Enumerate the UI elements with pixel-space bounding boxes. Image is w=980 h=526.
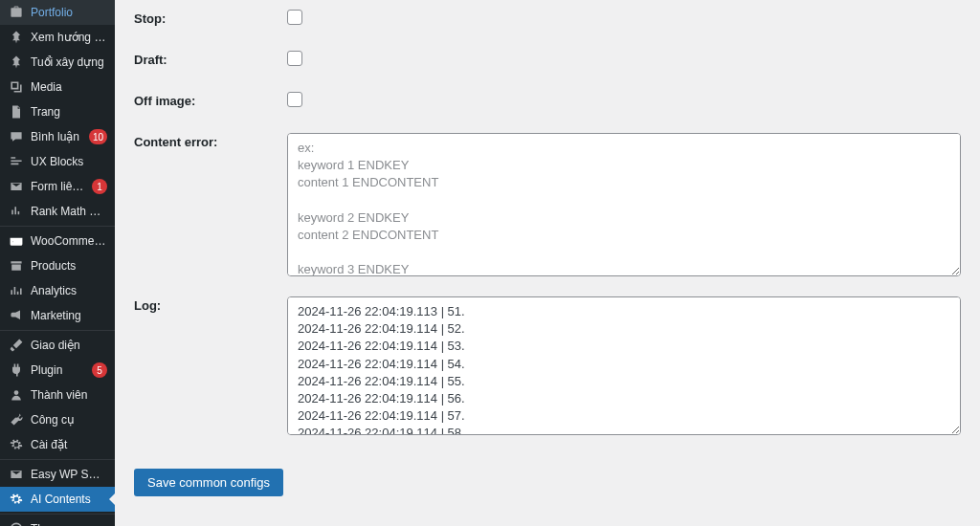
field-off-image: Off image: (134, 92, 961, 110)
sidebar-item-tuổi-xây-dựng[interactable]: Tuổi xây dựng (0, 50, 115, 75)
sidebar-item-easy-wp-smtp[interactable]: Easy WP SMTP (0, 462, 115, 487)
sidebar-separator (0, 514, 115, 515)
archive-icon (8, 257, 25, 274)
checkbox-stop[interactable] (287, 10, 302, 25)
sidebar-item-ux-blocks[interactable]: UX Blocks (0, 149, 115, 174)
sidebar-item-label: Bình luận (31, 130, 85, 143)
checkbox-off-image[interactable] (287, 92, 302, 107)
sidebar-item-label: WooCommerce (31, 234, 107, 248)
sidebar-item-label: Thu gọn menu (31, 522, 107, 526)
main-content: Stop: Draft: Off image: Content error: L… (115, 0, 980, 526)
sidebar-item-label: UX Blocks (31, 155, 107, 168)
sidebar-item-label: Analytics (31, 284, 107, 297)
mail-icon (8, 466, 25, 483)
sidebar-item-woocommerce[interactable]: WooCommerce (0, 229, 115, 253)
mail-icon (8, 178, 25, 195)
sidebar-item-label: Form liên hệ (31, 180, 88, 193)
gear-icon (8, 491, 25, 508)
sidebar-item-label: Portfolio (31, 6, 107, 19)
admin-sidebar: PortfolioXem hướng nhàTuổi xây dựngMedia… (0, 0, 115, 526)
megaphone-icon (8, 307, 25, 324)
notification-badge: 1 (92, 179, 107, 194)
sidebar-item-label: Tuổi xây dựng (31, 55, 107, 69)
sidebar-item-label: Giao diện (31, 339, 107, 352)
sidebar-item-portfolio[interactable]: Portfolio (0, 0, 115, 25)
sidebar-item-form-liên-hệ[interactable]: Form liên hệ1 (0, 174, 115, 199)
textarea-log[interactable] (287, 296, 961, 435)
save-button[interactable]: Save common configs (134, 469, 283, 496)
sidebar-item-trang[interactable]: Trang (0, 99, 115, 124)
sidebar-item-rank-math-seo[interactable]: Rank Math SEO (0, 199, 115, 224)
comment-icon (8, 128, 25, 145)
sidebar-item-label: Trang (31, 105, 107, 119)
sidebar-item-label: Xem hướng nhà (31, 31, 107, 44)
sidebar-separator (0, 459, 115, 460)
sidebar-item-thu-gọn-menu[interactable]: Thu gọn menu (0, 516, 115, 526)
sidebar-item-products[interactable]: Products (0, 253, 115, 278)
sidebar-item-ai-contents[interactable]: AI Contents (0, 487, 115, 512)
pin-icon (8, 29, 25, 46)
sidebar-item-marketing[interactable]: Marketing (0, 303, 115, 328)
field-content-error: Content error: (134, 133, 961, 279)
sidebar-item-label: Plugin (31, 363, 88, 377)
user-icon (8, 386, 25, 404)
chart-icon (8, 203, 25, 220)
textarea-content-error[interactable] (287, 133, 961, 276)
sidebar-separator (0, 330, 115, 331)
sidebar-item-xem-hướng-nhà[interactable]: Xem hướng nhà (0, 25, 115, 50)
pin-icon (8, 54, 25, 71)
page-icon (8, 103, 25, 121)
plug-icon (8, 362, 25, 379)
brush-icon (8, 337, 25, 354)
sidebar-item-cài-đặt[interactable]: Cài đặt (0, 432, 115, 457)
sidebar-item-label: Rank Math SEO (31, 205, 107, 218)
sidebar-separator (0, 226, 115, 227)
briefcase-icon (8, 4, 25, 21)
sidebar-item-label: Thành viên (31, 388, 107, 402)
sidebar-item-giao-diện[interactable]: Giao diện (0, 333, 115, 358)
label-off-image: Off image: (134, 92, 287, 108)
sidebar-item-label: Media (31, 80, 107, 94)
sidebar-item-bình-luận[interactable]: Bình luận10 (0, 124, 115, 149)
sidebar-item-media[interactable]: Media (0, 75, 115, 99)
wrench-icon (8, 411, 25, 428)
label-draft: Draft: (134, 51, 287, 67)
sidebar-item-công-cụ[interactable]: Công cụ (0, 407, 115, 432)
label-log: Log: (134, 296, 287, 313)
analytics-icon (8, 282, 25, 299)
sidebar-item-label: Công cụ (31, 413, 107, 427)
label-content-error: Content error: (134, 133, 287, 149)
checkbox-draft[interactable] (287, 51, 302, 66)
sidebar-item-label: Marketing (31, 309, 107, 322)
sidebar-item-plugin[interactable]: Plugin5 (0, 358, 115, 383)
sidebar-item-label: AI Contents (31, 493, 107, 506)
notification-badge: 5 (92, 362, 107, 378)
blocks-icon (8, 153, 25, 170)
media-icon (8, 78, 25, 96)
gear-icon (8, 436, 25, 453)
sidebar-item-analytics[interactable]: Analytics (0, 278, 115, 303)
sidebar-item-label: Products (31, 259, 107, 273)
sidebar-item-label: Easy WP SMTP (31, 468, 107, 481)
woo-icon (8, 232, 25, 250)
field-log: Log: (134, 296, 961, 438)
collapse-icon (8, 520, 25, 526)
sidebar-item-label: Cài đặt (31, 438, 107, 451)
field-draft: Draft: (134, 51, 961, 69)
sidebar-item-thành-viên[interactable]: Thành viên (0, 383, 115, 407)
field-stop: Stop: (134, 10, 961, 28)
label-stop: Stop: (134, 10, 287, 26)
notification-badge: 10 (89, 129, 107, 144)
